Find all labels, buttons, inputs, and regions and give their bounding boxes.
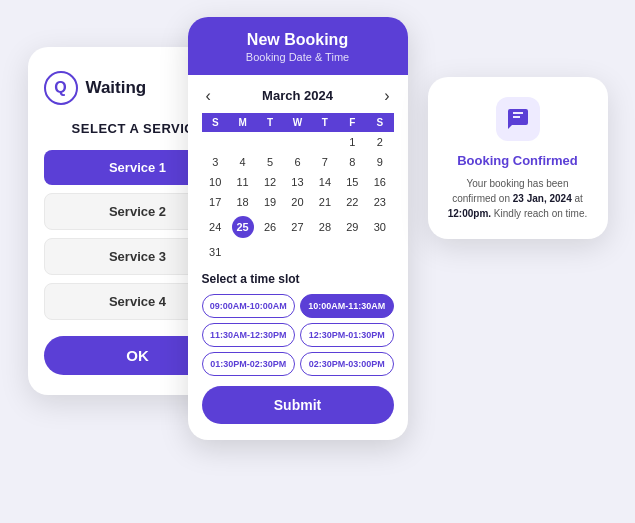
booking-body: ‹ March 2024 › S M T W T F S bbox=[188, 75, 408, 440]
next-month-button[interactable]: › bbox=[380, 87, 393, 105]
time-slot-4[interactable]: 01:30PM-02:30PM bbox=[202, 352, 296, 376]
cal-day bbox=[339, 242, 366, 262]
calendar-row: 24 25 26 27 28 29 30 bbox=[202, 212, 394, 242]
day-header-tue: T bbox=[256, 113, 283, 132]
day-header-thu: T bbox=[311, 113, 338, 132]
chat-icon bbox=[506, 107, 530, 131]
cal-day[interactable] bbox=[256, 132, 283, 152]
cal-day bbox=[256, 242, 283, 262]
booking-title: New Booking bbox=[188, 31, 408, 49]
day-header-sat: S bbox=[366, 113, 393, 132]
calendar-table: S M T W T F S bbox=[202, 113, 394, 262]
booking-subtitle: Booking Date & Time bbox=[188, 51, 408, 63]
cal-day[interactable]: 18 bbox=[229, 192, 256, 212]
cal-day[interactable]: 16 bbox=[366, 172, 393, 192]
new-booking-card: New Booking Booking Date & Time ‹ March … bbox=[188, 17, 408, 440]
cal-day[interactable] bbox=[311, 132, 338, 152]
day-header-fri: F bbox=[339, 113, 366, 132]
confirmed-note: Kindly reach on time. bbox=[491, 208, 587, 219]
prev-month-button[interactable]: ‹ bbox=[202, 87, 215, 105]
cal-day[interactable]: 4 bbox=[229, 152, 256, 172]
day-header-sun: S bbox=[202, 113, 229, 132]
cal-day[interactable]: 2 bbox=[366, 132, 393, 152]
calendar-row: 17 18 19 20 21 22 23 bbox=[202, 192, 394, 212]
day-header-mon: M bbox=[229, 113, 256, 132]
time-slot-0[interactable]: 09:00AM-10:00AM bbox=[202, 294, 296, 318]
time-slot-5[interactable]: 02:30PM-03:00PM bbox=[300, 352, 394, 376]
cal-day[interactable]: 22 bbox=[339, 192, 366, 212]
cal-day[interactable]: 5 bbox=[256, 152, 283, 172]
calendar-row: 31 bbox=[202, 242, 394, 262]
confirmed-at: at bbox=[572, 193, 583, 204]
cal-day[interactable]: 12 bbox=[256, 172, 283, 192]
cal-day[interactable]: 11 bbox=[229, 172, 256, 192]
calendar-month: March 2024 bbox=[262, 88, 333, 103]
cal-day[interactable]: 26 bbox=[256, 212, 283, 242]
cal-day[interactable]: 9 bbox=[366, 152, 393, 172]
cal-day[interactable] bbox=[284, 132, 311, 152]
cal-day[interactable]: 1 bbox=[339, 132, 366, 152]
cal-day[interactable]: 10 bbox=[202, 172, 229, 192]
booking-header: New Booking Booking Date & Time bbox=[188, 17, 408, 75]
cal-day[interactable]: 8 bbox=[339, 152, 366, 172]
cal-day[interactable]: 13 bbox=[284, 172, 311, 192]
time-slot-2[interactable]: 11:30AM-12:30PM bbox=[202, 323, 296, 347]
time-slot-1[interactable]: 10:00AM-11:30AM bbox=[300, 294, 394, 318]
time-slots-grid: 09:00AM-10:00AM 10:00AM-11:30AM 11:30AM-… bbox=[202, 294, 394, 376]
time-slot-label: Select a time slot bbox=[202, 272, 394, 286]
cal-day[interactable]: 17 bbox=[202, 192, 229, 212]
confirmed-message: Your booking has been confirmed on 23 Ja… bbox=[444, 176, 592, 221]
cal-day[interactable]: 23 bbox=[366, 192, 393, 212]
cal-day[interactable]: 20 bbox=[284, 192, 311, 212]
confirmed-time: 12:00pm. bbox=[448, 208, 491, 219]
cal-day[interactable] bbox=[229, 132, 256, 152]
confirmed-icon-area bbox=[496, 97, 540, 141]
cal-day[interactable]: 15 bbox=[339, 172, 366, 192]
cal-day[interactable]: 21 bbox=[311, 192, 338, 212]
calendar-row: 10 11 12 13 14 15 16 bbox=[202, 172, 394, 192]
cal-day[interactable]: 14 bbox=[311, 172, 338, 192]
cal-day[interactable]: 6 bbox=[284, 152, 311, 172]
logo-text: Waiting bbox=[86, 78, 147, 98]
cal-day[interactable]: 24 bbox=[202, 212, 229, 242]
cal-day[interactable] bbox=[202, 132, 229, 152]
cal-day bbox=[284, 242, 311, 262]
cal-day[interactable]: 3 bbox=[202, 152, 229, 172]
cal-day[interactable]: 31 bbox=[202, 242, 229, 262]
cal-day[interactable]: 28 bbox=[311, 212, 338, 242]
calendar-row: 3 4 5 6 7 8 9 bbox=[202, 152, 394, 172]
cal-day[interactable]: 27 bbox=[284, 212, 311, 242]
booking-confirmed-card: Booking Confirmed Your booking has been … bbox=[428, 77, 608, 239]
time-slot-3[interactable]: 12:30PM-01:30PM bbox=[300, 323, 394, 347]
calendar-row: 1 2 bbox=[202, 132, 394, 152]
cal-day-today[interactable]: 25 bbox=[229, 212, 256, 242]
submit-button[interactable]: Submit bbox=[202, 386, 394, 424]
logo-q-letter: Q bbox=[54, 80, 66, 96]
cal-day bbox=[366, 242, 393, 262]
confirmed-title: Booking Confirmed bbox=[444, 153, 592, 168]
logo-icon: Q bbox=[44, 71, 78, 105]
confirmed-date: 23 Jan, 2024 bbox=[513, 193, 572, 204]
cal-day[interactable]: 7 bbox=[311, 152, 338, 172]
calendar-nav: ‹ March 2024 › bbox=[202, 87, 394, 105]
day-header-wed: W bbox=[284, 113, 311, 132]
cal-day bbox=[229, 242, 256, 262]
cal-day[interactable]: 30 bbox=[366, 212, 393, 242]
cal-day[interactable]: 19 bbox=[256, 192, 283, 212]
cal-day bbox=[311, 242, 338, 262]
cal-day[interactable]: 29 bbox=[339, 212, 366, 242]
